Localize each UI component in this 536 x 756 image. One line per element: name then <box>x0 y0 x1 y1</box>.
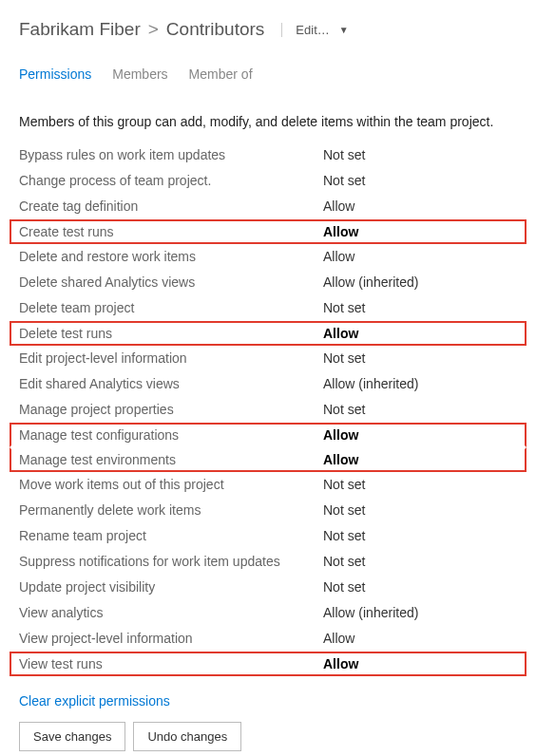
edit-menu[interactable]: Edit… ▼ <box>281 23 348 37</box>
permissions-list: Bypass rules on work item updatesNot set… <box>0 142 536 676</box>
permission-value[interactable]: Allow (inherited) <box>323 376 418 391</box>
permission-row[interactable]: Edit shared Analytics viewsAllow (inheri… <box>10 371 526 396</box>
permission-value[interactable]: Not set <box>323 477 365 492</box>
button-row: Save changes Undo changes <box>0 718 536 756</box>
permission-value[interactable]: Not set <box>323 147 365 162</box>
permission-label: Change process of team project. <box>19 173 323 188</box>
permission-value[interactable]: Allow <box>323 326 358 341</box>
permission-label: Manage test configurations <box>19 427 323 443</box>
permission-row[interactable]: Suppress notifications for work item upd… <box>10 549 526 574</box>
permission-label: Manage test environments <box>19 452 323 467</box>
permission-value[interactable]: Not set <box>323 402 365 417</box>
permission-label: Create test runs <box>19 224 323 239</box>
permission-value[interactable]: Allow (inherited) <box>323 605 418 620</box>
permission-row[interactable]: Create tag definitionAllow <box>10 194 526 218</box>
permission-row[interactable]: Delete shared Analytics viewsAllow (inhe… <box>10 270 526 294</box>
tab-members[interactable]: Members <box>112 66 167 84</box>
permission-label: Rename team project <box>19 528 323 543</box>
permission-row[interactable]: Edit project-level informationNot set <box>10 346 526 370</box>
permission-label: Permanently delete work items <box>19 502 323 518</box>
breadcrumb-group: Contributors <box>166 19 265 40</box>
permission-label: Delete and restore work items <box>19 249 323 264</box>
permission-row[interactable]: Create test runsAllow <box>10 219 526 244</box>
permission-value[interactable]: Allow (inherited) <box>323 274 418 290</box>
save-button[interactable]: Save changes <box>19 722 125 751</box>
permission-row[interactable]: View analyticsAllow (inherited) <box>10 600 526 625</box>
permission-label: View test runs <box>19 656 323 671</box>
permission-value[interactable]: Not set <box>323 173 365 188</box>
permission-label: Edit shared Analytics views <box>19 376 323 391</box>
permission-label: Create tag definition <box>19 198 323 214</box>
permission-row[interactable]: Manage test configurationsAllow <box>10 423 526 447</box>
permission-value[interactable]: Allow <box>323 656 358 671</box>
permission-row[interactable]: Delete and restore work itemsAllow <box>10 244 526 269</box>
permission-value[interactable]: Not set <box>323 579 365 595</box>
permission-value[interactable]: Not set <box>323 528 365 543</box>
edit-menu-label: Edit… <box>296 23 329 37</box>
tabs: Permissions Members Member of <box>0 49 536 87</box>
permission-label: Manage project properties <box>19 402 323 417</box>
permission-row[interactable]: Permanently delete work itemsNot set <box>10 498 526 522</box>
permission-value[interactable]: Not set <box>323 350 365 366</box>
group-description: Members of this group can add, modify, a… <box>0 87 536 142</box>
permission-value[interactable]: Not set <box>323 300 365 315</box>
permission-value[interactable]: Not set <box>323 502 365 518</box>
permission-row[interactable]: Bypass rules on work item updatesNot set <box>10 142 526 167</box>
permission-row[interactable]: View test runsAllow <box>10 652 526 676</box>
permission-row[interactable]: Delete team projectNot set <box>10 295 526 320</box>
permission-row[interactable]: Update project visibilityNot set <box>10 575 526 599</box>
permission-value[interactable]: Allow <box>323 427 358 443</box>
permission-label: View project-level information <box>19 631 323 646</box>
breadcrumb: Fabrikam Fiber > Contributors Edit… ▼ <box>0 0 536 49</box>
permission-row[interactable]: Move work items out of this projectNot s… <box>10 472 526 497</box>
chevron-down-icon: ▼ <box>339 25 349 35</box>
permission-value[interactable]: Allow <box>323 249 354 264</box>
undo-button[interactable]: Undo changes <box>133 722 241 751</box>
permission-label: Move work items out of this project <box>19 477 323 492</box>
permission-row[interactable]: Delete test runsAllow <box>10 321 526 346</box>
permission-row[interactable]: Manage test environmentsAllow <box>10 447 526 472</box>
permission-value[interactable]: Allow <box>323 198 354 214</box>
clear-explicit-permissions-link[interactable]: Clear explicit permissions <box>19 693 170 709</box>
permission-label: Edit project-level information <box>19 350 323 366</box>
breadcrumb-project[interactable]: Fabrikam Fiber <box>19 19 141 40</box>
tab-member-of[interactable]: Member of <box>189 66 253 84</box>
tab-permissions[interactable]: Permissions <box>19 66 91 84</box>
permission-value[interactable]: Allow <box>323 452 358 467</box>
permission-value[interactable]: Allow <box>323 631 354 646</box>
permission-label: View analytics <box>19 605 323 620</box>
breadcrumb-separator: > <box>148 19 159 40</box>
permission-value[interactable]: Not set <box>323 554 365 569</box>
permission-value[interactable]: Allow <box>323 224 358 239</box>
permission-label: Bypass rules on work item updates <box>19 147 323 162</box>
permission-row[interactable]: Rename team projectNot set <box>10 523 526 548</box>
permission-label: Delete shared Analytics views <box>19 274 323 290</box>
permission-label: Delete test runs <box>19 326 323 341</box>
permission-label: Delete team project <box>19 300 323 315</box>
permission-label: Suppress notifications for work item upd… <box>19 554 323 569</box>
permission-row[interactable]: View project-level informationAllow <box>10 626 526 651</box>
permission-label: Update project visibility <box>19 579 323 595</box>
permission-row[interactable]: Change process of team project.Not set <box>10 168 526 193</box>
permission-row[interactable]: Manage project propertiesNot set <box>10 397 526 422</box>
